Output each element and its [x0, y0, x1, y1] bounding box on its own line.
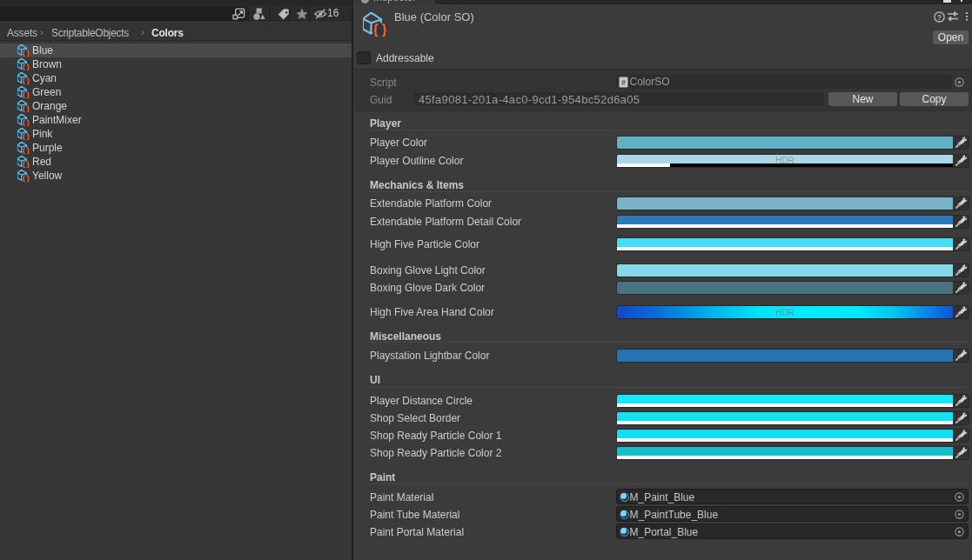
- svg-text:?: ?: [937, 12, 942, 21]
- svg-text:#: #: [620, 77, 625, 86]
